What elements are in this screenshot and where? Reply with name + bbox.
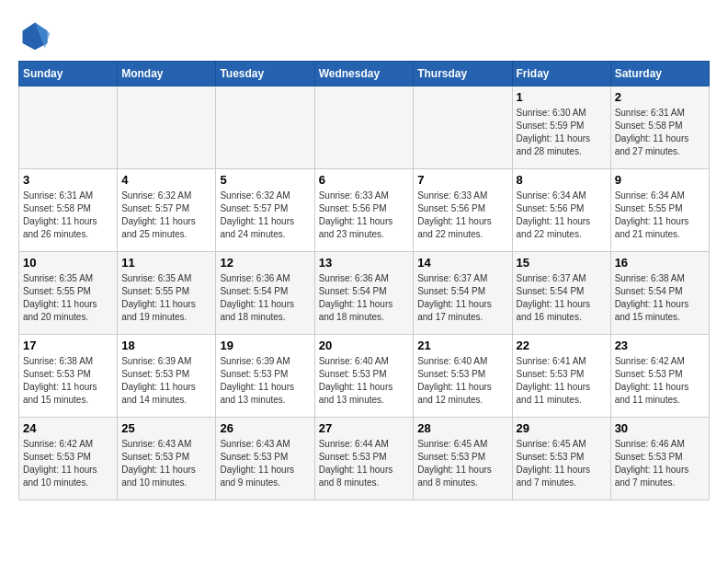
day-number: 1 bbox=[517, 90, 607, 104]
day-info: Sunrise: 6:46 AM Sunset: 5:53 PM Dayligh… bbox=[615, 438, 705, 489]
day-info: Sunrise: 6:36 AM Sunset: 5:54 PM Dayligh… bbox=[220, 272, 310, 324]
day-info: Sunrise: 6:31 AM Sunset: 5:58 PM Dayligh… bbox=[615, 107, 705, 158]
day-number: 20 bbox=[319, 339, 410, 352]
calendar-cell bbox=[19, 86, 118, 169]
calendar-cell: 4Sunrise: 6:32 AM Sunset: 5:57 PM Daylig… bbox=[118, 169, 216, 252]
day-info: Sunrise: 6:38 AM Sunset: 5:54 PM Dayligh… bbox=[615, 272, 705, 324]
day-number: 28 bbox=[417, 421, 507, 435]
day-number: 23 bbox=[615, 339, 705, 352]
day-number: 4 bbox=[121, 173, 211, 187]
day-info: Sunrise: 6:32 AM Sunset: 5:57 PM Dayligh… bbox=[220, 190, 310, 241]
calendar-cell bbox=[414, 86, 512, 169]
weekday-header-sunday: Sunday bbox=[19, 62, 118, 86]
week-row-5: 24Sunrise: 6:42 AM Sunset: 5:53 PM Dayli… bbox=[19, 418, 710, 500]
calendar-cell: 28Sunrise: 6:45 AM Sunset: 5:53 PM Dayli… bbox=[414, 418, 512, 500]
day-info: Sunrise: 6:43 AM Sunset: 5:53 PM Dayligh… bbox=[121, 438, 211, 489]
day-info: Sunrise: 6:35 AM Sunset: 5:55 PM Dayligh… bbox=[121, 272, 211, 324]
day-number: 12 bbox=[220, 256, 310, 270]
day-info: Sunrise: 6:37 AM Sunset: 5:54 PM Dayligh… bbox=[517, 272, 607, 324]
header bbox=[18, 18, 710, 52]
calendar-cell: 22Sunrise: 6:41 AM Sunset: 5:53 PM Dayli… bbox=[512, 335, 610, 418]
weekday-header-tuesday: Tuesday bbox=[216, 62, 314, 86]
day-number: 11 bbox=[121, 256, 211, 270]
calendar-cell: 14Sunrise: 6:37 AM Sunset: 5:54 PM Dayli… bbox=[414, 252, 512, 335]
calendar-cell: 3Sunrise: 6:31 AM Sunset: 5:58 PM Daylig… bbox=[19, 169, 118, 252]
day-info: Sunrise: 6:37 AM Sunset: 5:54 PM Dayligh… bbox=[417, 272, 507, 324]
day-info: Sunrise: 6:39 AM Sunset: 5:53 PM Dayligh… bbox=[220, 355, 310, 407]
logo bbox=[18, 18, 57, 52]
calendar-cell: 8Sunrise: 6:34 AM Sunset: 5:56 PM Daylig… bbox=[512, 169, 610, 252]
calendar-cell: 2Sunrise: 6:31 AM Sunset: 5:58 PM Daylig… bbox=[610, 86, 709, 169]
calendar-cell: 21Sunrise: 6:40 AM Sunset: 5:53 PM Dayli… bbox=[414, 335, 512, 418]
calendar-cell: 6Sunrise: 6:33 AM Sunset: 5:56 PM Daylig… bbox=[314, 169, 414, 252]
calendar-cell: 15Sunrise: 6:37 AM Sunset: 5:54 PM Dayli… bbox=[512, 252, 610, 335]
calendar-cell: 24Sunrise: 6:42 AM Sunset: 5:53 PM Dayli… bbox=[19, 418, 118, 500]
day-info: Sunrise: 6:41 AM Sunset: 5:53 PM Dayligh… bbox=[517, 355, 607, 407]
weekday-header-friday: Friday bbox=[512, 62, 610, 86]
calendar-cell: 27Sunrise: 6:44 AM Sunset: 5:53 PM Dayli… bbox=[314, 418, 414, 500]
calendar-cell: 20Sunrise: 6:40 AM Sunset: 5:53 PM Dayli… bbox=[314, 335, 414, 418]
day-info: Sunrise: 6:44 AM Sunset: 5:53 PM Dayligh… bbox=[319, 438, 410, 489]
day-number: 26 bbox=[220, 421, 310, 435]
day-number: 17 bbox=[23, 339, 113, 352]
day-number: 27 bbox=[319, 421, 410, 435]
weekday-header-monday: Monday bbox=[118, 62, 216, 86]
calendar-cell: 5Sunrise: 6:32 AM Sunset: 5:57 PM Daylig… bbox=[216, 169, 314, 252]
day-number: 22 bbox=[517, 339, 607, 352]
day-info: Sunrise: 6:42 AM Sunset: 5:53 PM Dayligh… bbox=[23, 438, 113, 489]
day-info: Sunrise: 6:34 AM Sunset: 5:56 PM Dayligh… bbox=[517, 190, 607, 241]
day-info: Sunrise: 6:45 AM Sunset: 5:53 PM Dayligh… bbox=[517, 438, 607, 489]
calendar-cell: 1Sunrise: 6:30 AM Sunset: 5:59 PM Daylig… bbox=[512, 86, 610, 169]
calendar-cell: 29Sunrise: 6:45 AM Sunset: 5:53 PM Dayli… bbox=[512, 418, 610, 500]
calendar-cell bbox=[314, 86, 414, 169]
day-info: Sunrise: 6:33 AM Sunset: 5:56 PM Dayligh… bbox=[319, 190, 410, 241]
calendar-cell: 7Sunrise: 6:33 AM Sunset: 5:56 PM Daylig… bbox=[414, 169, 512, 252]
day-number: 25 bbox=[121, 421, 211, 435]
day-number: 8 bbox=[517, 173, 607, 187]
day-info: Sunrise: 6:38 AM Sunset: 5:53 PM Dayligh… bbox=[23, 355, 113, 407]
weekday-header-saturday: Saturday bbox=[610, 62, 709, 86]
calendar-cell: 10Sunrise: 6:35 AM Sunset: 5:55 PM Dayli… bbox=[19, 252, 118, 335]
day-info: Sunrise: 6:34 AM Sunset: 5:55 PM Dayligh… bbox=[615, 190, 705, 241]
calendar-cell: 23Sunrise: 6:42 AM Sunset: 5:53 PM Dayli… bbox=[610, 335, 709, 418]
day-number: 21 bbox=[417, 339, 507, 352]
calendar-cell: 16Sunrise: 6:38 AM Sunset: 5:54 PM Dayli… bbox=[610, 252, 709, 335]
calendar-cell: 30Sunrise: 6:46 AM Sunset: 5:53 PM Dayli… bbox=[610, 418, 709, 500]
calendar-cell: 13Sunrise: 6:36 AM Sunset: 5:54 PM Dayli… bbox=[314, 252, 414, 335]
day-number: 24 bbox=[23, 421, 113, 435]
calendar-cell: 9Sunrise: 6:34 AM Sunset: 5:55 PM Daylig… bbox=[610, 169, 709, 252]
day-info: Sunrise: 6:42 AM Sunset: 5:53 PM Dayligh… bbox=[615, 355, 705, 407]
day-info: Sunrise: 6:36 AM Sunset: 5:54 PM Dayligh… bbox=[319, 272, 410, 324]
calendar-cell: 11Sunrise: 6:35 AM Sunset: 5:55 PM Dayli… bbox=[118, 252, 216, 335]
day-info: Sunrise: 6:45 AM Sunset: 5:53 PM Dayligh… bbox=[417, 438, 507, 489]
week-row-4: 17Sunrise: 6:38 AM Sunset: 5:53 PM Dayli… bbox=[19, 335, 710, 418]
day-number: 29 bbox=[517, 421, 607, 435]
day-info: Sunrise: 6:33 AM Sunset: 5:56 PM Dayligh… bbox=[417, 190, 507, 241]
day-number: 6 bbox=[319, 173, 410, 187]
calendar-cell bbox=[118, 86, 216, 169]
week-row-1: 1Sunrise: 6:30 AM Sunset: 5:59 PM Daylig… bbox=[19, 86, 710, 169]
day-number: 18 bbox=[121, 339, 211, 352]
day-number: 2 bbox=[615, 90, 705, 104]
weekday-header-row: SundayMondayTuesdayWednesdayThursdayFrid… bbox=[19, 62, 710, 86]
week-row-3: 10Sunrise: 6:35 AM Sunset: 5:55 PM Dayli… bbox=[19, 252, 710, 335]
day-info: Sunrise: 6:40 AM Sunset: 5:53 PM Dayligh… bbox=[417, 355, 507, 407]
day-info: Sunrise: 6:40 AM Sunset: 5:53 PM Dayligh… bbox=[319, 355, 410, 407]
day-number: 15 bbox=[517, 256, 607, 270]
day-info: Sunrise: 6:31 AM Sunset: 5:58 PM Dayligh… bbox=[23, 190, 113, 241]
day-info: Sunrise: 6:39 AM Sunset: 5:53 PM Dayligh… bbox=[121, 355, 211, 407]
day-number: 7 bbox=[417, 173, 507, 187]
day-number: 10 bbox=[23, 256, 113, 270]
week-row-2: 3Sunrise: 6:31 AM Sunset: 5:58 PM Daylig… bbox=[19, 169, 710, 252]
day-number: 3 bbox=[23, 173, 113, 187]
day-number: 14 bbox=[417, 256, 507, 270]
day-number: 30 bbox=[615, 421, 705, 435]
calendar-cell: 12Sunrise: 6:36 AM Sunset: 5:54 PM Dayli… bbox=[216, 252, 314, 335]
day-info: Sunrise: 6:35 AM Sunset: 5:55 PM Dayligh… bbox=[23, 272, 113, 324]
calendar: SundayMondayTuesdayWednesdayThursdayFrid… bbox=[18, 61, 710, 500]
day-info: Sunrise: 6:43 AM Sunset: 5:53 PM Dayligh… bbox=[220, 438, 310, 489]
day-number: 19 bbox=[220, 339, 310, 352]
calendar-cell bbox=[216, 86, 314, 169]
calendar-cell: 25Sunrise: 6:43 AM Sunset: 5:53 PM Dayli… bbox=[118, 418, 216, 500]
weekday-header-wednesday: Wednesday bbox=[314, 62, 414, 86]
